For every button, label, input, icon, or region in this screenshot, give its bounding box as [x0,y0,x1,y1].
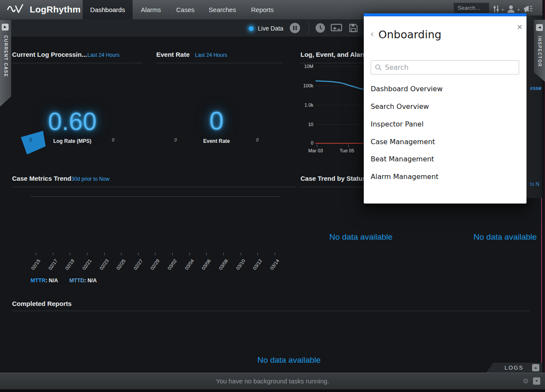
onboarding-item-search-overview[interactable]: Search Overview [371,102,429,111]
logrhythm-logo[interactable]: LogRhythm ™ [7,3,88,16]
gauge-axis-min: 0 [174,138,177,142]
tab-reports[interactable]: Reports [243,0,282,19]
case-metrics-footer: MTTR: N/AMTTD: N/A [31,278,97,284]
hidden-widget-range-fragment: to N [530,181,539,187]
user-caret-icon[interactable]: ▾ [517,7,520,12]
y-axis-tick: 100k [297,83,313,88]
x-axis-tick-mark [223,253,224,255]
gauge-axis-max: 0 [112,138,115,142]
gear-icon[interactable]: ⚙ [523,377,529,385]
logs-drawer-tab[interactable]: LOGS ▲ [486,363,542,373]
mttr-label: MTTR [31,278,46,284]
logrhythm-dashboard: LogRhythm ™ Dashboards Alarms Cases Sear… [0,0,545,392]
add-widget-icon[interactable] [331,24,342,34]
logrhythm-wave-icon [7,3,26,16]
y-axis-tick: 10 [297,122,313,127]
inspector-tab-label: INSPECTOR [537,36,542,67]
inspector-expand-icon[interactable]: ◀ [536,24,543,31]
gauge-segment: 0 [20,130,46,154]
hidden-widget-title-fragment: esse [530,85,542,91]
x-axis-tick-mark [155,253,155,255]
widget-title-case-metrics: Case Metrics Trend [12,175,71,182]
tab-cases[interactable]: Cases [169,0,201,19]
y-axis-tick: 0 [297,140,313,145]
global-search-input[interactable] [453,3,489,13]
onboarding-item-beat-management[interactable]: Beat Management [371,155,434,163]
panel-accent-bar [364,13,526,16]
x-axis-tick-mark [138,253,139,255]
widget-divider [12,187,297,187]
statusbar-collapse-icon[interactable]: ▼ [533,377,540,385]
toolbar-divider [309,22,309,34]
log-series-line [316,77,365,92]
x-axis-tick: 03/10 [231,258,246,276]
tab-alarms[interactable]: Alarms [133,0,169,19]
filters-caret-icon[interactable]: ▾ [502,7,504,12]
widget-divider [156,63,282,63]
y-axis-tick: 1.0k [297,102,313,108]
x-axis-tick: 02/25 [111,258,126,276]
tab-dashboards[interactable]: Dashboards [83,0,133,19]
x-axis-tick: Mar 03 [308,148,323,153]
onboarding-item-dashboard-overview[interactable]: Dashboard Overview [371,85,443,93]
close-icon[interactable]: ✕ [517,23,523,31]
widget-range-event-rate[interactable]: Last 24 Hours [195,52,227,58]
live-data-dot-icon [249,26,254,31]
x-axis-tick: 02/27 [129,258,143,276]
x-axis-tick: 02/17 [43,258,58,276]
widget-title-completed-reports: Completed Reports [12,300,71,307]
widget-divider [12,311,530,311]
x-axis-tick: 03/06 [197,258,211,276]
case-trend-empty-state: No data available [329,232,393,242]
onboarding-panel: ‹ Onboarding ✕ Dashboard Overview Search… [364,13,526,204]
y-axis-tick: 10M [297,64,313,69]
main-nav-tabs: Dashboards Alarms Cases Searches Reports [83,0,282,19]
chevron-left-icon[interactable]: ‹ [370,29,374,39]
x-axis-tick-mark [53,253,53,255]
x-axis-tick-mark [70,253,70,255]
logs-tab-label: LOGS [505,364,523,371]
onboarding-search-input[interactable] [371,60,519,74]
widget-range-case-metrics[interactable]: 30d prior to Now [71,176,109,182]
x-axis-tick-mark [36,253,36,255]
x-axis-tick: 02/21 [77,258,92,276]
x-axis-tick: 02/23 [95,258,109,276]
live-data-label: Live Data [258,25,283,32]
mttd-value: : N/A [84,278,97,284]
mttr-value: : N/A [46,278,58,284]
tab-searches[interactable]: Searches [201,0,243,19]
logs-expand-icon[interactable]: ▲ [532,364,539,371]
window-bottom-edge [0,389,545,392]
pause-icon[interactable] [289,22,300,35]
save-icon[interactable] [349,23,358,34]
onboarding-item-case-management[interactable]: Case Management [371,138,435,146]
clock-icon[interactable] [315,23,325,35]
x-axis-tick-mark [275,253,275,255]
inspector-drawer-tab[interactable]: ◀ INSPECTOR [534,20,545,82]
right-widget-empty-state: No data available [474,232,537,242]
x-axis-tick: 02/19 [60,258,75,276]
onboarding-item-alarm-management[interactable]: Alarm Management [371,173,439,181]
x-axis-tick: 03/14 [265,258,280,276]
widget-divider [12,63,142,63]
completed-reports-empty-state: No data available [257,355,321,365]
x-axis-tick: 03/04 [180,258,195,276]
x-axis-tick: 02/15 [26,258,41,276]
event-rate-gauge-value: 0 [173,106,260,136]
chart-axis-line [31,196,280,197]
onboarding-item-inspector-panel[interactable]: Inspector Panel [371,120,424,128]
background-tasks-message: You have no background tasks running. [0,377,545,385]
current-case-expand-icon[interactable]: ▶ [2,24,9,31]
widget-title-event-rate: Event Rate [156,51,190,58]
x-axis-tick-mark [104,253,105,255]
x-axis-tick: 03/12 [248,258,263,276]
live-data-indicator[interactable]: Live Data [249,25,283,32]
x-axis-tick: 02/29 [146,258,160,276]
widget-range-log-processing[interactable]: Last 24 Hours [87,52,120,58]
pane-highlight-line [541,182,542,364]
current-case-drawer-tab[interactable]: ▶ CURRENT CASE [0,20,11,107]
brand-name: LogRhythm [30,4,81,15]
current-case-tab-label: CURRENT CASE [3,35,8,77]
x-axis-tick-mark [87,253,87,255]
x-axis-tick-mark [189,253,190,255]
